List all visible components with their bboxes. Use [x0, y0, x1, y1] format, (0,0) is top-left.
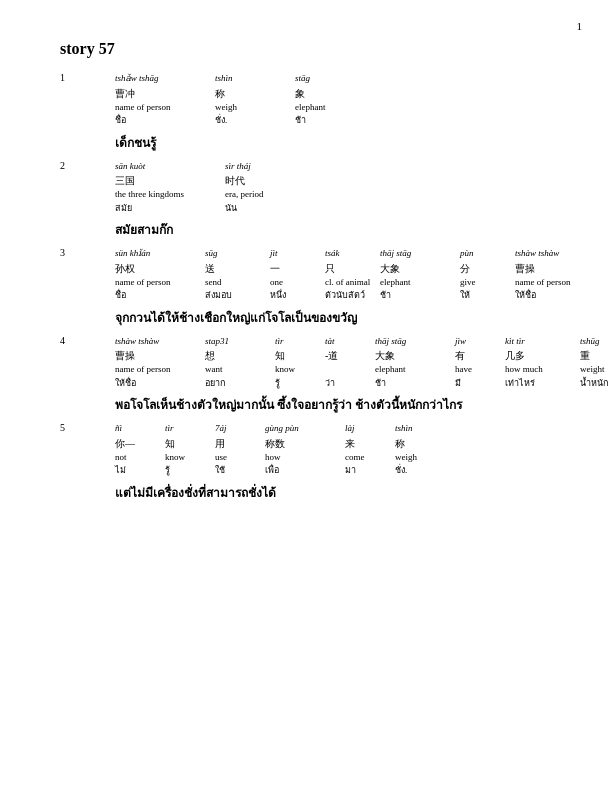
thai-sentence-2: สมัยสามก๊ก	[115, 220, 552, 239]
section-number-1: 1	[60, 72, 65, 83]
word-cell-pinyin-2: jìt	[270, 247, 325, 261]
word-cell-thai-4: ช้า	[375, 377, 455, 391]
word-cell-english-7: weight	[580, 363, 612, 377]
word-cell-pinyin-2: 7áj	[215, 422, 265, 436]
word-cell-pinyin-6: tshàw tshàw	[515, 247, 605, 261]
word-cell-chinese-3: -道	[325, 348, 375, 363]
word-cell-thai-3: ตัวนับสัตว์	[325, 289, 380, 303]
thai-sentence-3: จุกกวนได้ให้ช้างเชือกใหญ่แก่โจโลเป็นของข…	[115, 308, 552, 327]
word-cell-chinese-4: 来	[345, 436, 395, 451]
word-cell-pinyin-7: tshūg	[580, 335, 612, 349]
word-cell-pinyin-2: stāg	[295, 72, 375, 86]
word-cell-pinyin-4: làj	[345, 422, 395, 436]
word-row-english-2: the three kingdomsera, period	[115, 188, 552, 202]
word-cell-thai-1: ส่งมอบ	[205, 289, 270, 303]
word-cell-chinese-4: 大象	[380, 261, 460, 276]
word-cell-chinese-2: 用	[215, 436, 265, 451]
word-cell-english-1: weigh	[215, 101, 295, 115]
word-cell-chinese-6: 几多	[505, 348, 580, 363]
word-cell-english-3	[325, 363, 375, 377]
word-row-chinese-5: 你—知用称数来称	[115, 436, 552, 451]
word-cell-pinyin-1: tshìn	[215, 72, 295, 86]
word-cell-chinese-4: 大象	[375, 348, 455, 363]
word-cell-english-2: use	[215, 451, 265, 465]
word-cell-english-2: one	[270, 276, 325, 290]
word-cell-thai-1: รู้	[165, 464, 215, 478]
word-cell-thai-0: ไม่	[115, 464, 165, 478]
word-cell-chinese-7: 重	[580, 348, 612, 363]
word-cell-pinyin-2: tìr	[275, 335, 325, 349]
word-cell-chinese-1: 送	[205, 261, 270, 276]
word-cell-english-2: elephant	[295, 101, 375, 115]
word-cell-english-4: elephant	[375, 363, 455, 377]
section-number-4: 4	[60, 335, 65, 346]
word-row-thai-5: ไม่รู้ใช้เพื่อมาชั่ง.	[115, 464, 552, 478]
word-cell-chinese-2: 知	[275, 348, 325, 363]
word-row-thai-1: ชื่อชั่ง.ช้า	[115, 114, 552, 128]
word-cell-chinese-1: 知	[165, 436, 215, 451]
word-row-pinyin-5: ñìtìr7ájgùng pùnlàjtshìn	[115, 422, 552, 436]
word-cell-pinyin-3: tsák	[325, 247, 380, 261]
word-cell-chinese-0: 孙权	[115, 261, 205, 276]
word-row-english-1: name of personweighelephant	[115, 101, 552, 115]
section-number-2: 2	[60, 160, 65, 171]
word-cell-english-0: the three kingdoms	[115, 188, 225, 202]
word-cell-pinyin-4: thāj stāg	[375, 335, 455, 349]
word-cell-thai-1: อยาก	[205, 377, 275, 391]
word-cell-thai-0: สมัย	[115, 202, 225, 216]
word-row-pinyin-3: sün khǐánsūgjìttsákthāj stāgpùntshàw tsh…	[115, 247, 552, 261]
word-cell-chinese-0: 三国	[115, 173, 225, 188]
word-cell-english-0: name of person	[115, 363, 205, 377]
word-row-thai-3: ชื่อส่งมอบหนึ่งตัวนับสัตว์ช้าให้ให้ชื่อ	[115, 289, 552, 303]
word-cell-chinese-5: 分	[460, 261, 515, 276]
word-cell-english-3: cl. of animal	[325, 276, 380, 290]
word-cell-thai-5: มี	[455, 377, 505, 391]
word-cell-english-4: come	[345, 451, 395, 465]
word-cell-english-5: have	[455, 363, 505, 377]
word-cell-chinese-0: 你—	[115, 436, 165, 451]
page-number: 1	[577, 20, 583, 32]
word-cell-english-0: name of person	[115, 101, 215, 115]
word-row-thai-2: สมัยนัน	[115, 202, 552, 216]
word-row-chinese-4: 曹操想知-道大象有几多重	[115, 348, 552, 363]
word-cell-pinyin-0: sün khǐán	[115, 247, 205, 261]
word-cell-thai-2: หนึ่ง	[270, 289, 325, 303]
section-1: 1tshǎw tshāgtshìnstāg曹冲称象name of personw…	[60, 72, 552, 152]
word-row-pinyin-2: sān kuòtsìr tháj	[115, 160, 552, 174]
word-cell-thai-0: ชื่อ	[115, 114, 215, 128]
word-cell-pinyin-0: sān kuòt	[115, 160, 225, 174]
word-cell-pinyin-0: tshǎw tshāg	[115, 72, 215, 86]
word-cell-thai-4: ช้า	[380, 289, 460, 303]
section-5: 5ñìtìr7ájgùng pùnlàjtshìn你—知用称数来称notknow…	[60, 422, 552, 502]
word-cell-english-1: send	[205, 276, 270, 290]
word-cell-chinese-1: 时代	[225, 173, 325, 188]
word-cell-thai-1: ชั่ง.	[215, 114, 295, 128]
word-cell-english-5: weigh	[395, 451, 455, 465]
word-cell-english-0: name of person	[115, 276, 205, 290]
word-cell-english-4: elephant	[380, 276, 460, 290]
word-cell-thai-4: มา	[345, 464, 395, 478]
word-cell-pinyin-6: kìt tìr	[505, 335, 580, 349]
word-cell-pinyin-5: jìw	[455, 335, 505, 349]
word-cell-chinese-2: 象	[295, 86, 375, 101]
word-row-chinese-1: 曹冲称象	[115, 86, 552, 101]
word-cell-pinyin-4: thāj stāg	[380, 247, 460, 261]
word-cell-chinese-0: 曹冲	[115, 86, 215, 101]
word-cell-chinese-6: 曹操	[515, 261, 605, 276]
word-cell-english-1: know	[165, 451, 215, 465]
thai-sentence-1: เด็กชนรู้	[115, 133, 552, 152]
word-cell-pinyin-5: pùn	[460, 247, 515, 261]
section-3: 3sün khǐánsūgjìttsákthāj stāgpùntshàw ts…	[60, 247, 552, 327]
section-number-5: 5	[60, 422, 65, 433]
thai-sentence-5: แต่ไม่มีเครื่องชั่งที่สามารถชั่งได้	[115, 483, 552, 502]
word-cell-thai-1: นัน	[225, 202, 325, 216]
section-2: 2sān kuòtsìr tháj三国时代the three kingdomse…	[60, 160, 552, 240]
word-cell-pinyin-1: tìr	[165, 422, 215, 436]
word-cell-chinese-0: 曹操	[115, 348, 205, 363]
word-cell-chinese-5: 称	[395, 436, 455, 451]
word-cell-thai-2: รู้	[275, 377, 325, 391]
word-cell-english-5: give	[460, 276, 515, 290]
word-row-pinyin-1: tshǎw tshāgtshìnstāg	[115, 72, 552, 86]
word-cell-pinyin-5: tshìn	[395, 422, 455, 436]
word-cell-chinese-2: 一	[270, 261, 325, 276]
